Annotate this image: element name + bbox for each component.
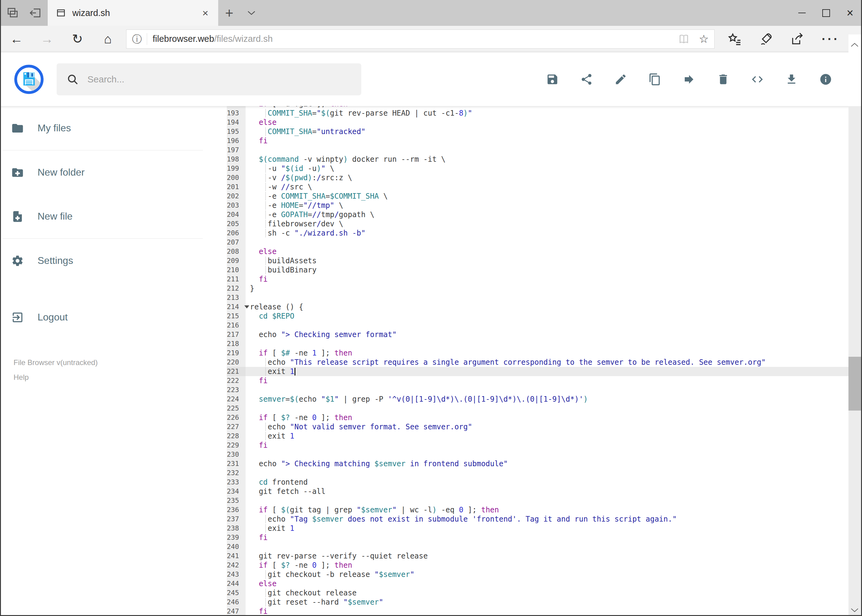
code-line-213[interactable]: 213 [227, 293, 848, 302]
line-number[interactable]: 223 [227, 385, 246, 394]
code-text[interactable]: -e GOPATH=//tmp/gopath \ [246, 210, 848, 219]
line-number[interactable]: 192 [227, 106, 246, 108]
line-number[interactable]: 199 [227, 164, 246, 173]
code-line-193[interactable]: 193 COMMIT_SHA="$(git rev-parse HEAD | c… [227, 108, 848, 118]
line-number[interactable]: 212 [227, 284, 246, 293]
code-line-200[interactable]: 200 -v /$(pwd):/src:z \ [227, 173, 848, 182]
code-line-223[interactable]: 223 [227, 385, 848, 394]
code-text[interactable]: echo "> Checking semver format" [246, 330, 848, 339]
code-text[interactable] [246, 385, 848, 394]
line-number[interactable]: 210 [227, 266, 246, 275]
code-text[interactable]: sh -c "./wizard.sh -b" [246, 228, 848, 238]
line-number[interactable]: 220 [227, 358, 246, 367]
code-text[interactable]: $(command -v winpty) docker run --rm -it… [246, 155, 848, 164]
scrollbar-thumb[interactable] [848, 357, 861, 410]
minimize-button[interactable] [790, 0, 814, 26]
code-line-218[interactable]: 218 [227, 339, 848, 349]
code-text[interactable]: fi [246, 441, 848, 450]
code-line-231[interactable]: 231 echo "> Checking matching $semver in… [227, 459, 848, 468]
search-input[interactable]: Search... [57, 63, 361, 95]
code-text[interactable]: if [ $(git tag | grep "$semver" | wc -l)… [246, 505, 848, 514]
line-number[interactable]: 213 [227, 293, 246, 302]
line-number[interactable]: 203 [227, 201, 246, 210]
line-number[interactable]: 207 [227, 238, 246, 247]
code-text[interactable]: echo "Not valid semver format. See semve… [246, 422, 848, 432]
code-line-219[interactable]: 219 if [ $# -ne 1 ]; then [227, 349, 848, 358]
line-number[interactable]: 225 [227, 404, 246, 413]
share-page-icon[interactable] [790, 32, 804, 46]
help-link[interactable]: Help [14, 370, 98, 385]
line-number[interactable]: 211 [227, 275, 246, 284]
code-text[interactable]: buildBinary [246, 266, 848, 275]
code-text[interactable]: exit 1 [246, 524, 848, 533]
code-line-201[interactable]: 201 -w //src \ [227, 182, 848, 192]
sidebar-item-my-files[interactable]: My files [0, 106, 227, 150]
code-line-203[interactable]: 203 -e HOME="//tmp" \ [227, 201, 848, 210]
maximize-button[interactable] [814, 0, 838, 26]
code-line-222[interactable]: 222 fi [227, 376, 848, 385]
line-number[interactable]: 244 [227, 579, 246, 588]
code-text[interactable] [246, 542, 848, 552]
line-number[interactable]: 209 [227, 256, 246, 266]
code-line-216[interactable]: 216 [227, 321, 848, 330]
download-button[interactable] [785, 72, 798, 86]
code-text[interactable]: -e HOME="//tmp" \ [246, 201, 848, 210]
code-text[interactable]: fi [246, 275, 848, 284]
close-window-button[interactable]: × [838, 0, 862, 26]
code-line-192[interactable]: 192 if [ -d .git ]; then [227, 106, 848, 108]
reading-view-icon[interactable] [678, 33, 690, 45]
copy-button[interactable] [648, 72, 662, 86]
share-button[interactable] [580, 72, 593, 86]
line-number[interactable]: 242 [227, 561, 246, 570]
code-text[interactable]: echo "This release script requires a sin… [246, 358, 848, 367]
code-text[interactable]: -u "$(id -u)" \ [246, 164, 848, 173]
code-text[interactable]: -w //src \ [246, 182, 848, 192]
line-number[interactable]: 205 [227, 219, 246, 228]
code-line-214[interactable]: 214release () { [227, 302, 848, 311]
line-number[interactable]: 235 [227, 496, 246, 505]
code-line-207[interactable]: 207 [227, 238, 848, 247]
code-text[interactable]: else [246, 118, 848, 127]
code-text[interactable] [246, 450, 848, 459]
code-line-208[interactable]: 208 else [227, 247, 848, 256]
code-line-232[interactable]: 232 [227, 468, 848, 478]
line-number[interactable]: 198 [227, 155, 246, 164]
code-text[interactable]: release () { [246, 302, 848, 311]
code-text[interactable]: fi [246, 376, 848, 385]
code-text[interactable]: semver=$(echo "$1" | grep -P '^v(0|[1-9]… [246, 394, 848, 404]
back-button[interactable]: ← [1, 33, 32, 46]
code-line-194[interactable]: 194 else [227, 118, 848, 127]
line-number[interactable]: 228 [227, 432, 246, 441]
code-line-234[interactable]: 234 git fetch --all [227, 487, 848, 496]
source-code-button[interactable] [750, 72, 764, 86]
line-number[interactable]: 233 [227, 478, 246, 487]
code-text[interactable]: exit 1 [246, 432, 848, 441]
code-text[interactable]: if [ -d .git ]; then [246, 106, 848, 108]
code-line-215[interactable]: 215 cd $REPO [227, 311, 848, 321]
site-info-icon[interactable]: ⓘ [132, 34, 142, 44]
code-text[interactable] [246, 496, 848, 505]
scroll-up-icon[interactable] [850, 42, 859, 47]
sidebar-item-logout[interactable]: Logout [0, 295, 227, 339]
sidebar-item-settings[interactable]: Settings [0, 239, 227, 283]
code-line-210[interactable]: 210 buildBinary [227, 266, 848, 275]
code-line-230[interactable]: 230 [227, 450, 848, 459]
code-text[interactable]: git rev-parse --verify --quiet release [246, 552, 848, 561]
code-line-244[interactable]: 244 else [227, 579, 848, 588]
line-number[interactable]: 221 [227, 367, 246, 376]
code-line-209[interactable]: 209 buildAssets [227, 256, 848, 266]
code-line-229[interactable]: 229 fi [227, 441, 848, 450]
info-button[interactable] [819, 72, 832, 86]
code-line-227[interactable]: 227 echo "Not valid semver format. See s… [227, 422, 848, 432]
line-number[interactable]: 197 [227, 146, 246, 155]
line-number[interactable]: 206 [227, 228, 246, 238]
refresh-button[interactable]: ↻ [62, 33, 93, 46]
code-line-198[interactable]: 198 $(command -v winpty) docker run --rm… [227, 155, 848, 164]
address-bar[interactable]: ⓘ filebrowser.web/files/wizard.sh ☆ [126, 30, 715, 49]
save-button[interactable] [546, 72, 559, 86]
code-text[interactable] [246, 238, 848, 247]
code-line-206[interactable]: 206 sh -c "./wizard.sh -b" [227, 228, 848, 238]
delete-button[interactable] [717, 72, 730, 86]
code-line-205[interactable]: 205 filebrowser/dev \ [227, 219, 848, 228]
line-number[interactable]: 204 [227, 210, 246, 219]
